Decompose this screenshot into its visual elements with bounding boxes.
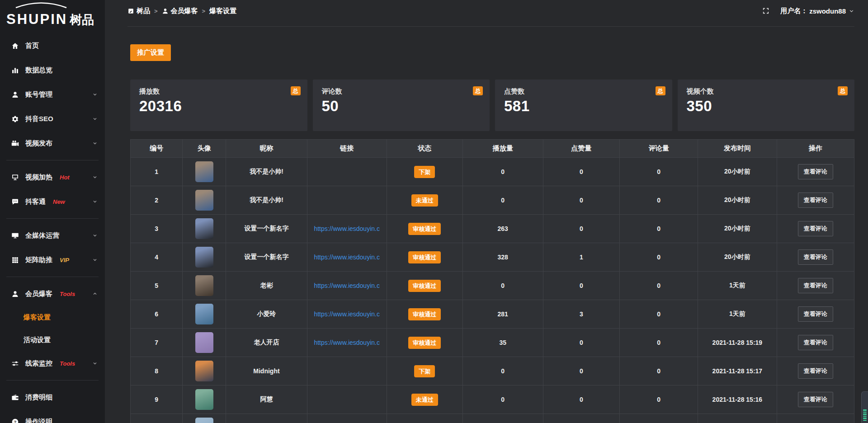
sidebar-item-operation-help[interactable]: ?操作说明 — [0, 409, 105, 423]
sidebar-item-video-heat[interactable]: 视频加热Hot — [0, 165, 105, 189]
nickname-cell: 老人开店 — [226, 329, 307, 357]
plays-cell: 263 — [462, 215, 543, 243]
sidebar-item-douketong[interactable]: 抖客通New — [0, 189, 105, 214]
number-cell: 5 — [131, 272, 183, 300]
main-content: 推广设置 播放数20316总评论数50总点赞数581总视频个数350总 编号头像… — [105, 27, 868, 423]
likes-cell: 0 — [543, 272, 620, 300]
view-comments-button[interactable]: 查看评论 — [798, 221, 833, 236]
sidebar-item-tag: VIP — [60, 257, 69, 263]
video-link[interactable]: https://www.iesdouyin.c — [314, 225, 380, 232]
action-cell: 查看评论 — [777, 272, 854, 300]
breadcrumb-item-1[interactable]: 会员爆客 — [162, 7, 198, 15]
nickname-cell — [226, 414, 307, 423]
video-link[interactable]: https://www.iesdouyin.c — [314, 339, 380, 346]
main-column: 树品>会员爆客>爆客设置 用户名： zswodun88 推广设置 播放数2031… — [105, 0, 868, 423]
table-row: 6小爱玲https://www.iesdouyin.c审核通过281301天前查… — [131, 300, 854, 329]
plays-cell: 0 — [462, 357, 543, 385]
time-cell — [698, 414, 777, 423]
user-menu[interactable]: 用户名： zswodun88 — [780, 7, 854, 15]
sidebar-item-tag: Tools — [60, 291, 75, 297]
comments-cell: 0 — [620, 385, 698, 414]
sidebar-item-clue-monitor[interactable]: 线索监控Tools — [0, 351, 105, 376]
likes-cell: 0 — [543, 215, 620, 243]
app-icon — [127, 8, 134, 14]
action-cell: 查看评论 — [777, 329, 854, 357]
comments-cell: 0 — [620, 158, 698, 186]
sidebar-item-video-publish[interactable]: 视频发布 — [0, 131, 105, 155]
column-header: 状态 — [387, 140, 462, 158]
sidebar-divider — [6, 380, 99, 381]
sidebar-item-member-baoke[interactable]: 会员爆客Tools — [0, 282, 105, 306]
plays-cell: 328 — [462, 243, 543, 272]
sidebar-item-tag: New — [53, 198, 65, 205]
sidebar-item-data-overview[interactable]: 数据总览 — [0, 58, 105, 82]
fullscreen-icon[interactable] — [762, 7, 769, 14]
link-cell: https://www.iesdouyin.c — [307, 243, 387, 272]
promo-settings-button[interactable]: 推广设置 — [130, 44, 171, 61]
view-comments-button[interactable]: 查看评论 — [798, 335, 833, 350]
plays-cell: 0 — [462, 186, 543, 215]
time-cell: 1天前 — [698, 300, 777, 329]
avatar-cell — [183, 385, 226, 414]
view-comments-button[interactable]: 查看评论 — [798, 278, 833, 293]
breadcrumb-item-0[interactable]: 树品 — [127, 7, 150, 15]
logo-text: SHUPIN — [6, 12, 67, 26]
sidebar-item-tag: Tools — [60, 360, 75, 367]
avatar-cell — [183, 243, 226, 272]
link-cell: https://www.iesdouyin.c — [307, 215, 387, 243]
stat-card: 评论数50总 — [313, 80, 490, 131]
comments-cell — [620, 414, 698, 423]
floating-widget[interactable] — [861, 391, 868, 423]
sidebar-subitem-baoke-settings[interactable]: 爆客设置 — [0, 306, 105, 329]
sidebar-item-home[interactable]: 首页 — [0, 33, 105, 58]
sidebar-item-media-operation[interactable]: 全媒体运营 — [0, 223, 105, 248]
view-comments-button[interactable]: 查看评论 — [798, 249, 833, 265]
stat-card-value: 50 — [322, 98, 481, 115]
view-comments-button[interactable]: 查看评论 — [798, 306, 833, 322]
breadcrumb-item-2[interactable]: 爆客设置 — [209, 7, 236, 15]
nickname-cell: 阿慧 — [226, 385, 307, 414]
view-comments-button[interactable]: 查看评论 — [798, 164, 833, 179]
avatar-image — [195, 218, 213, 239]
likes-cell: 3 — [543, 300, 620, 329]
sidebar-item-label: 数据总览 — [25, 66, 52, 75]
number-cell: 1 — [131, 158, 183, 186]
chevron-down-icon — [92, 361, 98, 366]
video-link[interactable]: https://www.iesdouyin.c — [314, 282, 380, 289]
avatar-image — [195, 247, 213, 268]
view-comments-button[interactable]: 查看评论 — [798, 193, 833, 208]
time-cell: 20小时前 — [698, 186, 777, 215]
status-cell: 审核通过 — [387, 215, 462, 243]
nickname-cell: 老彬 — [226, 272, 307, 300]
time-cell: 2021-11-28 15:16 — [698, 385, 777, 414]
column-header: 昵称 — [226, 140, 307, 158]
signal-meter-icon — [863, 409, 867, 421]
status-cell: 下架 — [387, 158, 462, 186]
status-badge: 审核通过 — [408, 337, 441, 349]
question-icon: ? — [11, 418, 19, 423]
avatar-image — [195, 361, 213, 381]
sidebar-item-douyin-seo[interactable]: 抖音SEO — [0, 107, 105, 131]
video-link[interactable]: https://www.iesdouyin.c — [314, 310, 380, 318]
total-badge: 总 — [291, 86, 301, 95]
nickname-cell: 设置一个新名字 — [226, 243, 307, 272]
chevron-down-icon — [849, 8, 854, 14]
column-header: 发布时间 — [698, 140, 777, 158]
avatar-image — [195, 275, 213, 296]
time-cell: 20小时前 — [698, 243, 777, 272]
table-row: 1我不是小帅!下架00020小时前查看评论 — [131, 158, 854, 186]
avatar-cell — [183, 215, 226, 243]
view-comments-button[interactable]: 查看评论 — [798, 392, 833, 407]
sidebar-item-consume-detail[interactable]: 消费明细 — [0, 385, 105, 409]
status-badge: 审核通过 — [408, 251, 441, 263]
view-comments-button[interactable]: 查看评论 — [798, 363, 833, 379]
sidebar-item-matrix-boost[interactable]: 矩阵助推VIP — [0, 248, 105, 272]
sidebar-item-label: 消费明细 — [25, 393, 52, 402]
brand-logo[interactable]: SHUPIN 树品 — [0, 0, 105, 26]
sidebar-subitem-activity-settings[interactable]: 活动设置 — [0, 329, 105, 351]
video-link[interactable]: https://www.iesdouyin.c — [314, 254, 380, 261]
breadcrumb-separator: > — [154, 8, 158, 14]
logo-text-cn: 树品 — [70, 14, 94, 26]
sidebar-item-account-manage[interactable]: 账号管理 — [0, 82, 105, 107]
stat-card-value: 20316 — [139, 98, 298, 115]
